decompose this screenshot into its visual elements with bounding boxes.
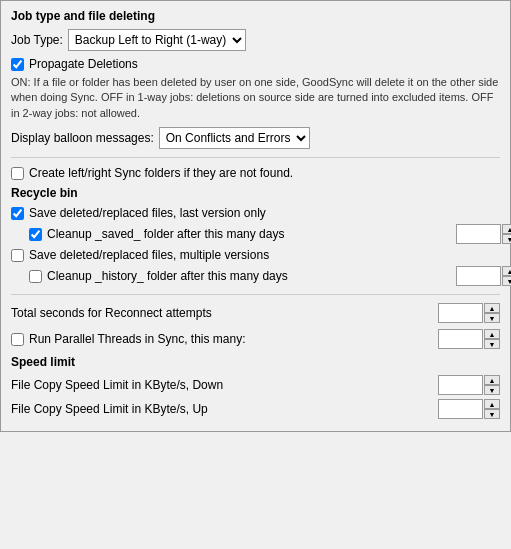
cleanup-history-input[interactable]: 30 (456, 266, 501, 286)
speed-up-spinner: 0 ▲ ▼ (438, 399, 500, 419)
reconnect-up-btn[interactable]: ▲ (484, 303, 500, 313)
propagate-description: ON: If a file or folder has been deleted… (11, 75, 500, 121)
cleanup-saved-label: Cleanup _saved_ folder after this many d… (47, 227, 456, 241)
section-speed-title: Speed limit (11, 355, 500, 369)
propagate-deletions-checkbox[interactable] (11, 58, 24, 71)
save-deleted-single-label: Save deleted/replaced files, last versio… (29, 206, 500, 220)
section-recycle-title: Recycle bin (11, 186, 500, 200)
save-deleted-multi-label: Save deleted/replaced files, multiple ve… (29, 248, 500, 262)
speed-down-spinner: 0 ▲ ▼ (438, 375, 500, 395)
parallel-input[interactable]: 0 (438, 329, 483, 349)
propagate-deletions-label: Propagate Deletions (29, 57, 138, 71)
speed-up-up-btn[interactable]: ▲ (484, 399, 500, 409)
cleanup-history-spinner-buttons: ▲ ▼ (502, 266, 511, 286)
reconnect-down-btn[interactable]: ▼ (484, 313, 500, 323)
speed-up-input[interactable]: 0 (438, 399, 483, 419)
balloon-label: Display balloon messages: (11, 131, 154, 145)
speed-down-input[interactable]: 0 (438, 375, 483, 395)
create-sync-folders-label: Create left/right Sync folders if they a… (29, 166, 293, 180)
parallel-down-btn[interactable]: ▼ (484, 339, 500, 349)
divider-1 (11, 157, 500, 158)
parallel-up-btn[interactable]: ▲ (484, 329, 500, 339)
reconnect-spinner: 120 ▲ ▼ (438, 303, 500, 323)
cleanup-saved-spinner: 30 ▲ ▼ (456, 224, 511, 244)
speed-up-spinner-buttons: ▲ ▼ (484, 399, 500, 419)
speed-down-label: File Copy Speed Limit in KByte/s, Down (11, 378, 438, 392)
cleanup-history-up-btn[interactable]: ▲ (502, 266, 511, 276)
speed-down-down-btn[interactable]: ▼ (484, 385, 500, 395)
cleanup-saved-up-btn[interactable]: ▲ (502, 224, 511, 234)
cleanup-history-spinner: 30 ▲ ▼ (456, 266, 511, 286)
speed-down-up-btn[interactable]: ▲ (484, 375, 500, 385)
parallel-checkbox[interactable] (11, 333, 24, 346)
create-sync-folders-checkbox[interactable] (11, 167, 24, 180)
cleanup-saved-spinner-buttons: ▲ ▼ (502, 224, 511, 244)
parallel-spinner-buttons: ▲ ▼ (484, 329, 500, 349)
parallel-spinner: 0 ▲ ▼ (438, 329, 500, 349)
save-deleted-multi-checkbox[interactable] (11, 249, 24, 262)
job-type-select[interactable]: Backup Left to Right (1-way) Sync (2-way… (68, 29, 246, 51)
speed-up-label: File Copy Speed Limit in KByte/s, Up (11, 402, 438, 416)
cleanup-history-label: Cleanup _history_ folder after this many… (47, 269, 456, 283)
divider-2 (11, 294, 500, 295)
section-job-title: Job type and file deleting (11, 9, 500, 23)
parallel-label: Run Parallel Threads in Sync, this many: (29, 332, 438, 346)
reconnect-spinner-buttons: ▲ ▼ (484, 303, 500, 323)
cleanup-saved-down-btn[interactable]: ▼ (502, 234, 511, 244)
save-deleted-single-checkbox[interactable] (11, 207, 24, 220)
balloon-select[interactable]: On Conflicts and Errors Always Never (159, 127, 310, 149)
speed-down-spinner-buttons: ▲ ▼ (484, 375, 500, 395)
speed-up-down-btn[interactable]: ▼ (484, 409, 500, 419)
cleanup-history-down-btn[interactable]: ▼ (502, 276, 511, 286)
cleanup-saved-input[interactable]: 30 (456, 224, 501, 244)
reconnect-label: Total seconds for Reconnect attempts (11, 306, 438, 320)
cleanup-history-checkbox[interactable] (29, 270, 42, 283)
job-type-label: Job Type: (11, 33, 63, 47)
main-panel: Job type and file deleting Job Type: Bac… (0, 0, 511, 432)
reconnect-input[interactable]: 120 (438, 303, 483, 323)
cleanup-saved-checkbox[interactable] (29, 228, 42, 241)
